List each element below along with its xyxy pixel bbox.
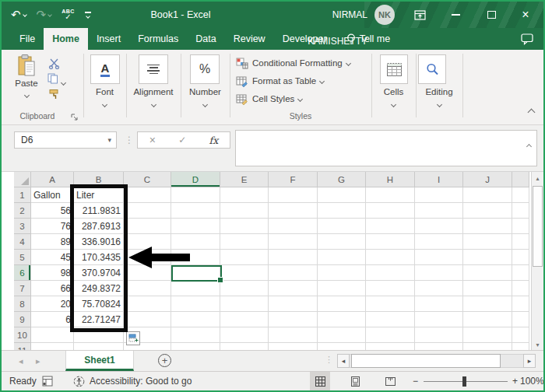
cell-partial[interactable] <box>512 281 529 296</box>
row-header-6[interactable]: 6 <box>14 265 31 281</box>
cell-A5[interactable]: 45 <box>31 250 74 265</box>
conditional-formatting-button[interactable]: Conditional Formatting <box>236 56 350 70</box>
cell-styles-button[interactable]: Cell Styles <box>236 92 302 106</box>
font-group-label[interactable]: Font <box>83 87 126 96</box>
cell-F3[interactable] <box>269 219 318 234</box>
tabbar-separator[interactable]: ⋮ <box>325 355 333 365</box>
number-button[interactable]: % <box>190 54 220 84</box>
cell-B2[interactable]: 211.9831 <box>74 203 124 219</box>
cell-partial[interactable] <box>512 327 529 343</box>
cell-E10[interactable] <box>220 327 269 343</box>
sheet-nav-left-icon[interactable]: ◂ <box>19 351 23 371</box>
cell-B1[interactable]: Liter <box>74 187 124 203</box>
cancel-icon[interactable]: × <box>149 134 156 146</box>
cut-button[interactable] <box>48 58 60 71</box>
cell-H5[interactable] <box>366 250 415 265</box>
row-header-10[interactable]: 10 <box>14 327 31 343</box>
cell-G9[interactable] <box>318 312 366 327</box>
select-all-corner[interactable] <box>14 172 31 187</box>
cell-J2[interactable] <box>463 203 512 219</box>
cell-G6[interactable] <box>318 265 366 281</box>
cell-C9[interactable] <box>124 312 171 327</box>
cell-J4[interactable] <box>463 234 512 250</box>
zoom-out-button[interactable]: − <box>413 372 418 390</box>
cell-E2[interactable] <box>220 203 269 219</box>
cell-D8[interactable] <box>171 296 220 312</box>
cell-J11[interactable] <box>463 343 512 350</box>
tab-data[interactable]: Data <box>187 28 224 50</box>
cell-D10[interactable] <box>171 327 220 343</box>
vertical-scrollbar[interactable]: ▴ ▾ <box>531 172 543 350</box>
cell-E7[interactable] <box>220 281 269 296</box>
cell-G5[interactable] <box>318 250 366 265</box>
cell-B8[interactable]: 75.70824 <box>74 296 124 312</box>
cell-H11[interactable] <box>366 343 415 350</box>
cell-G8[interactable] <box>318 296 366 312</box>
row-header-8[interactable]: 8 <box>14 296 31 312</box>
format-as-table-button[interactable]: Format as Table <box>236 74 324 88</box>
cell-partial[interactable] <box>512 343 529 350</box>
enter-icon[interactable]: ✓ <box>178 135 186 145</box>
editing-group-label[interactable]: Editing <box>416 87 462 96</box>
cell-C5[interactable] <box>124 250 171 265</box>
column-header-I[interactable]: I <box>415 172 463 187</box>
formula-bar-separator[interactable]: ⋮ <box>125 135 134 145</box>
undo-dropdown-icon[interactable] <box>23 12 27 17</box>
cell-partial[interactable] <box>512 296 529 312</box>
cell-I8[interactable] <box>415 296 463 312</box>
cell-F8[interactable] <box>269 296 318 312</box>
cell-D4[interactable] <box>171 234 220 250</box>
cell-J1[interactable] <box>463 187 512 203</box>
cell-A4[interactable]: 89 <box>31 234 74 250</box>
alignment-button[interactable] <box>139 54 168 84</box>
paste-button[interactable]: Paste <box>12 54 41 99</box>
editing-button[interactable] <box>418 54 446 84</box>
customize-qat-button[interactable] <box>85 12 91 18</box>
copy-button[interactable] <box>47 73 58 86</box>
cell-F10[interactable] <box>269 327 318 343</box>
tell-me-box[interactable]: Tell me <box>339 28 399 50</box>
cell-F2[interactable] <box>269 203 318 219</box>
ribbon-display-options-button[interactable] <box>410 2 430 28</box>
cell-C2[interactable] <box>124 203 171 219</box>
cells-button[interactable] <box>380 54 408 84</box>
cell-I1[interactable] <box>415 187 463 203</box>
row-header-1[interactable]: 1 <box>14 187 31 203</box>
cell-D2[interactable] <box>171 203 220 219</box>
cell-B3[interactable]: 287.6913 <box>74 219 124 234</box>
cell-J8[interactable] <box>463 296 512 312</box>
cell-I9[interactable] <box>415 312 463 327</box>
format-painter-button[interactable] <box>48 89 60 102</box>
tab-file[interactable]: File <box>11 28 44 50</box>
alignment-dropdown-icon[interactable] <box>126 99 181 108</box>
paste-dropdown-icon[interactable] <box>23 93 29 98</box>
cell-H4[interactable] <box>366 234 415 250</box>
cell-I5[interactable] <box>415 250 463 265</box>
cell-A1[interactable]: Gallon <box>31 187 74 203</box>
cell-H7[interactable] <box>366 281 415 296</box>
cell-J10[interactable] <box>463 327 512 343</box>
cell-F11[interactable] <box>269 343 318 350</box>
sheet-tab-sheet1[interactable]: Sheet1 <box>65 351 134 371</box>
tab-developer[interactable]: Developer <box>274 28 336 50</box>
name-box[interactable]: D6 ▾ <box>14 131 117 149</box>
feedback-icon[interactable] <box>521 33 534 47</box>
column-header-partial[interactable] <box>512 172 529 187</box>
cell-A6[interactable]: 98 <box>31 265 74 281</box>
cell-G10[interactable] <box>318 327 366 343</box>
cell-H6[interactable] <box>366 265 415 281</box>
cell-B7[interactable]: 249.8372 <box>74 281 124 296</box>
number-dropdown-icon[interactable] <box>181 99 230 108</box>
sheet-nav-right-icon[interactable]: ▸ <box>36 351 40 371</box>
cell-H10[interactable] <box>366 327 415 343</box>
vertical-scroll-thumb[interactable] <box>533 186 543 267</box>
row-header-4[interactable]: 4 <box>14 234 31 250</box>
accessibility-status[interactable]: Accessibility: Good to go <box>73 372 192 390</box>
zoom-in-button[interactable]: + <box>512 372 518 390</box>
cell-B10[interactable] <box>74 327 124 343</box>
collapse-ribbon-button[interactable] <box>529 107 534 117</box>
formula-input[interactable] <box>235 130 537 166</box>
cell-E9[interactable] <box>220 312 269 327</box>
cell-H3[interactable] <box>366 219 415 234</box>
cell-G1[interactable] <box>318 187 366 203</box>
